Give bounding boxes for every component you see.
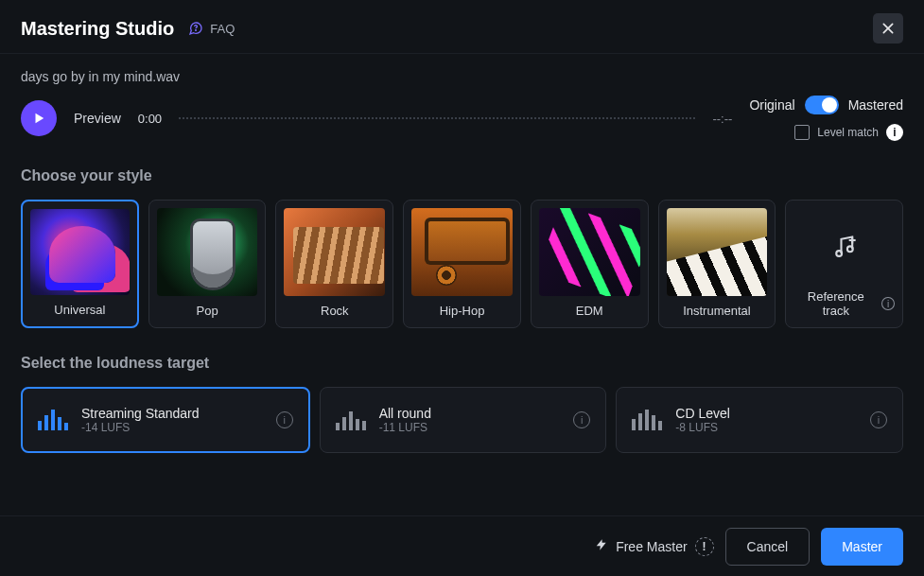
seek-track[interactable] [179,117,695,119]
reference-track-icon-area [793,208,895,289]
style-card-pop[interactable]: Pop [148,200,267,328]
style-card-hiphop[interactable]: Hip-Hop [403,200,521,328]
loudness-info-icon[interactable]: i [870,411,887,428]
level-match-label: Level match [817,126,879,139]
master-button[interactable]: Master [821,528,903,566]
cancel-button[interactable]: Cancel [725,528,811,566]
style-label: Instrumental [683,304,751,318]
style-label: Hip-Hop [440,304,485,318]
current-time: 0:00 [138,112,162,126]
svg-point-5 [847,246,853,252]
reference-track-label: Reference track [793,289,878,318]
svg-point-0 [196,30,197,31]
style-thumb [539,208,640,296]
level-match-info-icon[interactable]: i [886,124,903,141]
original-label: Original [749,97,794,113]
compare-toggle[interactable] [805,96,839,114]
style-label: Rock [321,304,349,318]
close-button[interactable] [873,13,903,44]
style-label: Universal [54,303,105,317]
free-master-label: Free Master [616,539,687,554]
loudness-info-icon[interactable]: i [276,411,293,428]
loudness-info-icon[interactable]: i [573,411,590,428]
style-thumb [667,208,768,296]
style-thumb [284,208,385,296]
style-section-title: Choose your style [21,167,903,184]
loudness-name: All round [379,406,431,421]
mastered-label: Mastered [848,97,903,113]
loudness-card-cd[interactable]: CD Level -8 LUFS i [616,387,903,453]
faq-label: FAQ [210,22,235,36]
duration: --:-- [712,112,732,126]
file-name: days go by in my mind.wav [21,69,903,84]
equalizer-icon [336,410,366,430]
style-label: EDM [576,304,603,318]
faq-link[interactable]: FAQ [187,20,235,37]
style-thumb [157,208,258,296]
style-card-universal[interactable]: Universal [21,200,139,328]
loudness-name: Streaming Standard [81,406,200,421]
loudness-grid: Streaming Standard -14 LUFS i All round … [21,387,903,453]
original-mastered-toggle-row: Original Mastered [749,96,903,114]
style-card-instrumental[interactable]: Instrumental [658,200,776,328]
level-match-row: Level match i [794,124,903,141]
loudness-lufs: -8 LUFS [675,421,730,434]
loudness-lufs: -14 LUFS [81,421,200,434]
preview-label: Preview [74,111,121,126]
chat-question-icon [187,20,204,37]
loudness-lufs: -11 LUFS [379,421,431,434]
dialog-footer: Free Master ! Cancel Master [0,515,924,576]
style-label: Pop [197,304,218,318]
dialog-title: Mastering Studio [21,18,174,40]
mastering-studio-dialog: Mastering Studio FAQ days go by in my mi… [0,0,924,576]
loudness-card-allround[interactable]: All round -11 LUFS i [320,387,607,453]
loudness-text: CD Level -8 LUFS [675,406,730,434]
free-master-indicator: Free Master ! [595,537,713,556]
style-card-rock[interactable]: Rock [275,200,393,328]
bolt-icon [595,537,608,555]
equalizer-icon [632,410,662,430]
master-label: Master [842,539,882,554]
preview-row: Preview 0:00 --:-- Original Mastered Lev… [21,96,903,141]
svg-marker-3 [36,113,44,124]
style-thumb [30,209,130,295]
compare-controls: Original Mastered Level match i [749,96,903,141]
credits-warning-icon[interactable]: ! [695,537,714,556]
loudness-text: All round -11 LUFS [379,406,431,434]
svg-point-4 [836,251,842,256]
loudness-name: CD Level [675,406,730,421]
style-card-reference-track[interactable]: Reference track i [785,200,903,328]
style-thumb [411,208,513,296]
loudness-section-title: Select the loudness target [21,355,903,372]
equalizer-icon [38,410,68,430]
cancel-label: Cancel [747,539,789,554]
loudness-text: Streaming Standard -14 LUFS [81,406,200,434]
style-label: Reference track i [793,289,895,318]
dialog-body: days go by in my mind.wav Preview 0:00 -… [0,54,924,517]
dialog-header: Mastering Studio FAQ [0,0,924,54]
play-button[interactable] [21,100,57,136]
loudness-card-streaming[interactable]: Streaming Standard -14 LUFS i [21,387,310,453]
style-grid: Universal Pop Rock Hip-Hop EDM Instrumen… [21,200,903,328]
reference-info-icon[interactable]: i [881,297,895,310]
level-match-checkbox[interactable] [794,125,810,140]
style-card-edm[interactable]: EDM [531,200,649,328]
music-note-plus-icon [831,234,858,264]
